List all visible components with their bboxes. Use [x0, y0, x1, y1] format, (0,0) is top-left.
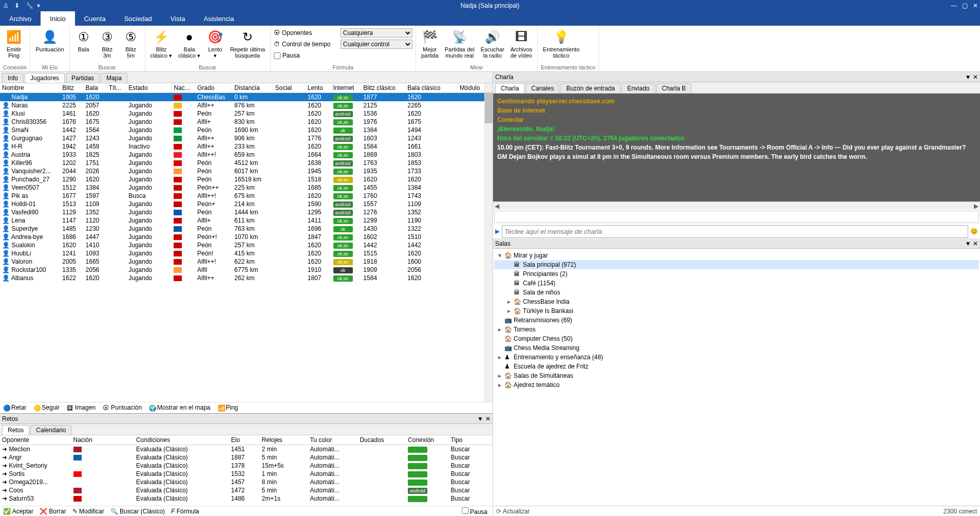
player-row[interactable]: 👤 Vanquisher2...20442026JugandoPeón6017 … — [0, 167, 493, 175]
tab-mapa[interactable]: Mapa — [101, 73, 127, 83]
player-row[interactable]: 👤 Veen050715121384JugandoPeón++225 km168… — [0, 183, 493, 192]
expand-icon[interactable]: ▸ — [497, 354, 502, 361]
chat-input[interactable] — [502, 225, 968, 238]
retos-row[interactable]: ➜ SortisEvaluada (Clásico)15321 minAutom… — [0, 470, 493, 478]
pt-seguir[interactable]: 🟡Seguir — [33, 404, 60, 412]
rooms-tree[interactable]: ▾🏠Mirar y jugar🏛Sala principal (972)🏛Pri… — [493, 249, 980, 392]
minimize-button[interactable]: — — [951, 2, 957, 9]
rooms-status-left[interactable]: Actualizar — [503, 508, 530, 515]
player-row[interactable]: 👤 Holldi-0115131109JugandoPeón+214 km159… — [0, 200, 493, 208]
col-internet[interactable]: Internet — [331, 83, 361, 93]
expand-icon[interactable]: ▾ — [497, 252, 502, 259]
pt-mostrar-en-el-mapa[interactable]: 🌍Mostrar en el mapa — [149, 404, 210, 412]
ribbon-blitz[interactable]: ⑤Blitz5m — [120, 28, 142, 60]
retos-col-elo[interactable]: Elo — [229, 435, 260, 445]
tab-partidas[interactable]: Partidas — [66, 73, 100, 83]
player-row[interactable]: 👤 Gurgugnao14271243JugandoAlfil++906 km1… — [0, 134, 493, 142]
room-node[interactable]: 🏠Computer Chess (50) — [494, 334, 979, 343]
ribbon-lento[interactable]: 🎯Lento▾ — [204, 28, 226, 60]
room-node[interactable]: ▾🏠Mirar y jugar — [494, 251, 979, 260]
room-node[interactable]: ♟Escuela de ajedrez de Fritz — [494, 362, 979, 371]
col-t-t-[interactable]: Tít... — [106, 83, 126, 93]
col-nombre[interactable]: Nombre — [0, 83, 60, 93]
ribbon-escuchar[interactable]: 🔊Escucharla radio — [479, 28, 506, 60]
retos-btn-buscar-cl-sico-[interactable]: 🔍 Buscar (Clásico) — [110, 508, 165, 515]
retos-table[interactable]: OponenteNaciónCondicionesEloRelojesTu co… — [0, 435, 493, 503]
ribbon-archivos[interactable]: 🎞Archivosde vídeo — [508, 28, 534, 60]
col-bala[interactable]: Bala — [83, 83, 106, 93]
ribbon-blitz[interactable]: ③Blitz3m — [97, 28, 118, 60]
tab-info[interactable]: Info — [2, 73, 24, 83]
room-node[interactable]: 📺Chess Media Streaming — [494, 343, 979, 353]
chat-target-dropdown[interactable] — [494, 211, 979, 223]
room-node[interactable]: 📺Retransmisiones (69) — [494, 316, 979, 325]
player-row[interactable]: 👤 Sualokin16201410JugandoPeón257 km1620o… — [0, 241, 493, 249]
col-estado[interactable]: Estado — [126, 83, 172, 93]
pt-retar[interactable]: 🔵Retar — [3, 404, 26, 412]
players-scrollbar[interactable] — [484, 83, 493, 402]
pt-puntuación[interactable]: ⦿Puntuación — [103, 404, 142, 412]
retos-btn-aceptar[interactable]: ✅ Aceptar — [3, 508, 33, 515]
menu-archivo[interactable]: Archivo — [0, 11, 41, 26]
chat-send-icon[interactable]: ▶ — [495, 228, 500, 235]
ribbon-entrenamiento[interactable]: 💡Entrenamientotáctico — [541, 28, 582, 60]
ribbon-bala[interactable]: ●Balaclásico ▾ — [176, 28, 202, 60]
room-node[interactable]: ▸🏠Salas de Simultáneas — [494, 371, 979, 380]
col-social[interactable]: Social — [273, 83, 305, 93]
retos-col-conexi-n[interactable]: Conexión — [406, 435, 449, 445]
chat-tab-canales[interactable]: Canales — [525, 83, 559, 93]
retos-col-relojes[interactable]: Relojes — [260, 435, 308, 445]
col-lento[interactable]: Lento — [305, 83, 331, 93]
chat-close-icon[interactable]: ✕ — [973, 73, 978, 81]
col-blitz-cl-sico[interactable]: Blitz clásico — [361, 83, 405, 93]
col-distancia[interactable]: Distancia — [232, 83, 273, 93]
player-row[interactable]: 👤 Nadja19051620ChessBas0 km1620ok,sn1877… — [0, 93, 493, 102]
retos-btn-f-rmula[interactable]: F Fórmula — [171, 508, 199, 515]
qat-icon-1[interactable]: ♙ — [3, 2, 10, 9]
player-row[interactable]: 👤 Chris83035616761675JugandoAlfil+830 km… — [0, 118, 493, 126]
pt-ping[interactable]: 📶Ping — [218, 404, 238, 412]
control-select[interactable]: Cualquier control — [341, 40, 412, 49]
ribbon-emitir[interactable]: 📶EmitirPing — [3, 28, 25, 60]
player-row[interactable]: 👤 Pik as16771597BuscaAlfil++!675 km1620o… — [0, 192, 493, 200]
expand-icon[interactable]: ▸ — [506, 307, 512, 315]
chat-dropdown-icon[interactable]: ▼ — [965, 73, 971, 81]
close-button[interactable]: ✕ — [973, 2, 978, 9]
room-node[interactable]: ▸🏠ChessBase India — [494, 297, 979, 306]
maximize-button[interactable]: ▢ — [962, 2, 968, 9]
oponentes-select[interactable]: Cualquiera — [341, 28, 412, 38]
retos-close-icon[interactable]: ✕ — [485, 415, 491, 422]
player-row[interactable]: 👤 Vasfedi9011291352JugandoPeón1444 km129… — [0, 208, 493, 216]
player-row[interactable]: 👤 Klusi14611620JugandoPeón257 km1620andr… — [0, 109, 493, 118]
player-row[interactable]: 👤 Andrea-bye16861447JugandoPeón+!1070 km… — [0, 233, 493, 241]
chat-tab-charla-b[interactable]: Charla B — [656, 83, 692, 93]
room-node[interactable]: 🏛Sala principal (972) — [494, 260, 979, 269]
room-node[interactable]: 🏛Café (1154) — [494, 279, 979, 288]
menu-cuenta[interactable]: Cuenta — [75, 11, 115, 26]
chat-emoji-icon[interactable]: 😊 — [970, 228, 978, 235]
col-bala-cl-sico[interactable]: Bala clásico — [405, 83, 458, 93]
player-row[interactable]: 👤 Naras22252057JugandoAlfil++876 km1620o… — [0, 101, 493, 109]
room-node[interactable]: ▸🏠Türkiye Is Bankasi — [494, 306, 979, 316]
qat-icon-3[interactable]: 🔧 — [26, 2, 33, 9]
retos-btn-borrar[interactable]: ❌ Borrar — [40, 508, 66, 515]
player-row[interactable]: 👤 Lena11471120JugandoAlfil+611 km1411ok,… — [0, 216, 493, 225]
retos-row[interactable]: ➜ Saturn53Evaluada (Clásico)14862m+1sAut… — [0, 494, 493, 503]
retos-col-tu-color[interactable]: Tu color — [308, 435, 357, 445]
menu-vista[interactable]: Vista — [161, 11, 195, 26]
expand-icon[interactable]: ▸ — [497, 381, 502, 389]
pausa-checkbox[interactable] — [274, 52, 280, 59]
ribbon-partidas-del[interactable]: 📡Partidas delmundo real — [443, 28, 477, 60]
room-node[interactable]: 🏛Sala de niños — [494, 288, 979, 297]
expand-icon[interactable]: ▸ — [506, 298, 512, 305]
player-row[interactable]: 👤 Valoron20051665JugandoAlfil++!622 km16… — [0, 257, 493, 266]
retos-pausa-checkbox[interactable] — [462, 507, 468, 514]
qat-icon-4[interactable]: ▾ — [37, 2, 44, 9]
player-row[interactable]: 👤 H-R19421459InactivoAlfil++233 km1620ok… — [0, 142, 493, 151]
retos-row[interactable]: ➜ MeclionEvaluada (Clásico)14512 minAuto… — [0, 445, 493, 454]
chat-tab-enviado[interactable]: Enviado — [621, 83, 655, 93]
col-blitz[interactable]: Blitz — [60, 83, 83, 93]
retos-row[interactable]: ➜ CoosEvaluada (Clásico)14725 minAutomát… — [0, 486, 493, 494]
player-row[interactable]: 👤 Albanus16221620JugandoAlfil++262 km180… — [0, 274, 493, 282]
room-node[interactable]: ▸♟Entrenamiento y enseñanza (48) — [494, 353, 979, 362]
